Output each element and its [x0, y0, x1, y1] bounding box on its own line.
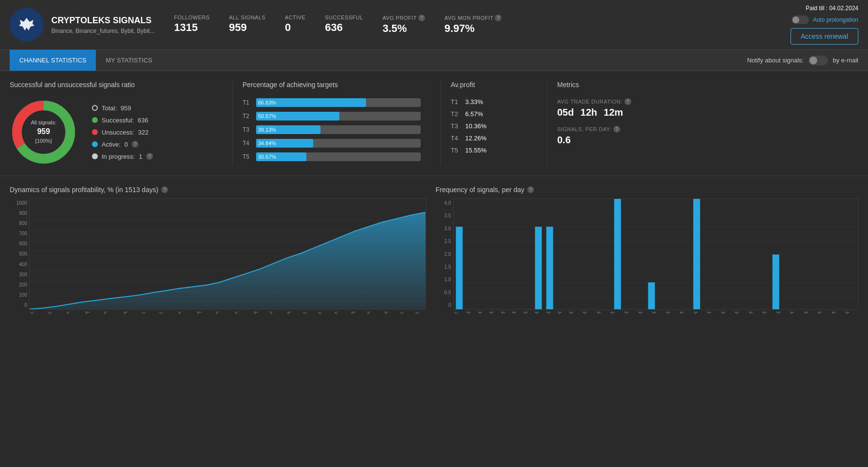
- legend-total: Total: 959: [92, 105, 153, 112]
- progress-text: 34.84%: [258, 140, 276, 146]
- active-label: ACTIVE: [285, 15, 305, 20]
- y-label-900: 900: [12, 211, 27, 216]
- signals-ratio-section: Successful and unsuccessful signals rati…: [10, 81, 232, 166]
- legend-active-value: 0: [124, 141, 128, 148]
- dynamics-chart-title: Dynamics of signals profitability, % (in…: [10, 186, 426, 194]
- legend-total-icon: [92, 105, 98, 111]
- channel-info: CRYPTOLEKS SIGNALS Binance, Binance_futu…: [51, 15, 154, 34]
- y-label-300: 300: [12, 272, 27, 277]
- y-label-400: 400: [12, 262, 27, 267]
- stats-bar: FOLLOWERS 1315 ALL SIGNALS 959 ACTIVE 0 …: [174, 15, 791, 35]
- frequency-x-labels: Oct 31Nov 1Nov 2Nov 3Nov 4Nov 5Nov 6Nov …: [453, 312, 858, 336]
- progress-text: 50.57%: [258, 113, 276, 119]
- freq-bar-28: [772, 255, 779, 310]
- progress-bar-bg: 39.13%: [256, 125, 421, 134]
- tab-channel-statistics[interactable]: CHANNEL STATISTICS: [10, 50, 96, 71]
- main-content: Successful and unsuccessful signals rati…: [0, 71, 868, 346]
- avg-mon-profit-qmark[interactable]: ?: [495, 15, 502, 21]
- avg-trade-duration-label: AVG TRADE DURATION: ?: [557, 98, 858, 105]
- fy-label-40: 4.0: [438, 200, 451, 206]
- legend-active-icon: [92, 141, 98, 147]
- legend-active: Active: 0 ?: [92, 141, 153, 148]
- avg-profit-qmark[interactable]: ?: [418, 15, 425, 21]
- progress-bar-fill: 39.13%: [256, 125, 320, 134]
- avprofit-val: 6.57%: [465, 110, 483, 118]
- freq-bar-17: [648, 283, 655, 310]
- donut-center-line1: All signals:: [31, 119, 57, 126]
- svg-marker-14: [30, 204, 426, 310]
- legend-unsuccess-value: 322: [138, 129, 149, 136]
- avg-trade-duration-block: AVG TRADE DURATION: ? 05d 12h 12m: [557, 98, 858, 118]
- followers-label: FOLLOWERS: [174, 15, 210, 20]
- tab-my-statistics[interactable]: MY STATISTICS: [96, 50, 162, 71]
- paid-till-label: Paid till :: [806, 5, 827, 12]
- legend-unsuccess-icon: [92, 129, 98, 135]
- inprogress-qmark[interactable]: ?: [146, 153, 153, 160]
- notify-toggle[interactable]: [808, 56, 828, 65]
- active-qmark[interactable]: ?: [132, 141, 138, 148]
- frequency-qmark[interactable]: ?: [527, 186, 534, 193]
- avg-profit-label: AVG PROFIT: [382, 15, 417, 21]
- duration-days: 05d: [557, 107, 574, 118]
- freq-bar-21: [693, 199, 700, 310]
- avprofit-row-t2: T2 6.57%: [451, 110, 547, 118]
- fy-label-0: 0: [438, 302, 451, 308]
- followers-value: 1315: [174, 21, 210, 34]
- y-label-800: 800: [12, 221, 27, 226]
- avg-profit-label-row: AVG PROFIT ?: [382, 15, 425, 21]
- avg-duration-qmark[interactable]: ?: [624, 98, 631, 105]
- active-value: 0: [285, 21, 305, 34]
- y-label-0: 0: [12, 302, 27, 308]
- y-label-600: 600: [12, 241, 27, 246]
- progress-bar-bg: 66.63%: [256, 98, 421, 107]
- signals-per-day-label: SIGNALS, PER DAY: ?: [557, 126, 858, 133]
- target-label: T2: [243, 113, 252, 120]
- y-label-100: 100: [12, 292, 27, 298]
- avprofit-val: 3.33%: [465, 98, 483, 105]
- legend-in-progress: In progress: 1 ?: [92, 153, 153, 160]
- frequency-svg: [453, 198, 858, 310]
- target-label: T5: [243, 153, 252, 160]
- legend-unsuccess: Unsuccess: 322: [92, 129, 153, 136]
- legend-total-label: Total:: [102, 105, 117, 112]
- progress-bar-bg: 34.84%: [256, 139, 421, 148]
- freq-bar-14: [614, 199, 621, 310]
- signals-ratio-title: Successful and unsuccessful signals rati…: [10, 81, 232, 89]
- legend-successful-label: Successful:: [102, 117, 134, 124]
- y-label-500: 500: [12, 251, 27, 256]
- legend-successful-icon: [92, 117, 98, 123]
- fy-label-05: 0.5: [438, 290, 451, 295]
- notify-email-label: by e-mail: [833, 57, 858, 64]
- signals-per-day-qmark[interactable]: ?: [613, 126, 620, 133]
- legend-inprogress-value: 1: [139, 153, 142, 160]
- signals-per-day-value: 0.6: [557, 135, 858, 146]
- auto-prolongation-toggle[interactable]: [792, 15, 809, 24]
- stat-active: ACTIVE 0: [285, 15, 305, 35]
- progress-text: 66.63%: [258, 100, 276, 105]
- avg-mon-profit-label: AVG MON PROFIT: [444, 15, 494, 21]
- avprofit-val: 10.36%: [465, 122, 487, 130]
- all-signals-value: 959: [229, 21, 265, 34]
- legend-successful: Successful: 636: [92, 117, 153, 124]
- access-renewal-button[interactable]: Access renewal: [791, 28, 858, 45]
- donut-center-value: 959: [31, 127, 57, 137]
- fy-label-30: 3.0: [438, 226, 451, 231]
- notify-label: Notify about signals:: [747, 57, 804, 64]
- avprofit-row-t1: T1 3.33%: [451, 98, 547, 105]
- progress-bar-fill: 66.63%: [256, 98, 366, 107]
- signals-per-day-block: SIGNALS, PER DAY: ? 0.6: [557, 126, 858, 146]
- avprofit-t-label: T4: [451, 135, 460, 142]
- legend-inprogress-label: In progress:: [102, 153, 135, 160]
- notify-row: Notify about signals: by e-mail: [747, 51, 858, 70]
- stat-avg-mon-profit: AVG MON PROFIT ? 9.97%: [444, 15, 502, 35]
- avprofit-section: Av.profit T1 3.33% T2 6.57% T3 10.36% T4…: [441, 81, 547, 166]
- notify-toggle-knob: [809, 57, 817, 64]
- duration-hours: 12h: [580, 107, 597, 118]
- donut-chart: All signals: 959 [100%]: [10, 98, 77, 166]
- stats-panel: Successful and unsuccessful signals rati…: [0, 71, 868, 176]
- legend-unsuccess-label: Unsuccess:: [102, 129, 134, 136]
- dynamics-qmark[interactable]: ?: [161, 186, 168, 193]
- legend-successful-value: 636: [137, 117, 148, 124]
- progress-text: 30.67%: [258, 154, 276, 160]
- target-row-t5: T5 30.67%: [243, 152, 441, 161]
